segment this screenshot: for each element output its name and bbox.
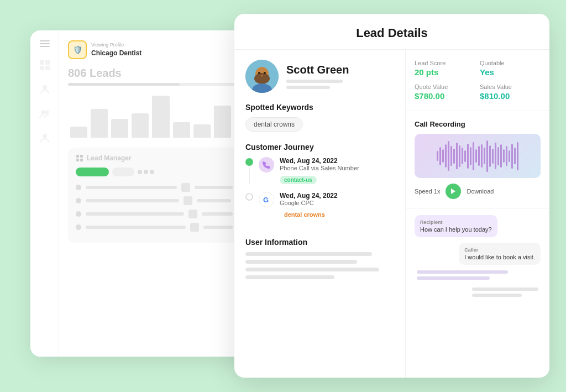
progress-bar-fill	[68, 83, 180, 86]
leads-progress-bar	[68, 83, 254, 86]
svg-point-18	[261, 75, 263, 77]
lm-row-1	[76, 183, 246, 192]
wave-bar	[478, 146, 480, 166]
wave-bar	[459, 145, 460, 167]
wave-bar	[509, 150, 510, 162]
journey-line-container-2	[245, 192, 253, 219]
sidebar-icon-dashboard[interactable]	[39, 59, 51, 71]
lead-details-left-column: Scott Green Spotted Keywords dental crow…	[234, 50, 406, 378]
sidebar-icon-group[interactable]	[39, 108, 51, 120]
lead-score-label: Lead Score	[415, 60, 475, 66]
lm-line-5	[86, 212, 184, 216]
chart-bar-2	[91, 109, 108, 138]
lead-details-body: Scott Green Spotted Keywords dental crow…	[234, 50, 549, 378]
download-link[interactable]: Download	[467, 188, 494, 195]
ui-line-2	[245, 260, 357, 264]
google-icon: G	[259, 192, 274, 207]
cr-controls: Speed 1x Download	[415, 184, 541, 199]
lm-circle	[76, 185, 81, 190]
profile-text: Viewing Profile Chicago Dentist	[91, 42, 142, 58]
wave-bar	[486, 140, 488, 172]
journey-vert-line-1	[249, 168, 250, 184]
lm-filter-dots	[138, 170, 154, 174]
wave-bar	[517, 142, 518, 170]
lm-circle-4	[76, 224, 81, 230]
wave-bar	[492, 149, 494, 164]
score-grid: Lead Score 20 pts Quotable Yes Quote Val…	[415, 60, 541, 101]
user-information-title: User Information	[245, 238, 394, 247]
recipient-text: How can I help you today?	[420, 226, 492, 233]
lm-dot-3	[150, 170, 154, 174]
lm-row-4	[76, 223, 246, 232]
svg-point-17	[264, 72, 266, 74]
svg-rect-1	[45, 60, 50, 65]
svg-point-5	[41, 111, 45, 114]
avatar	[245, 60, 279, 93]
wave-bar	[437, 151, 438, 161]
lm-circle-3	[76, 211, 81, 217]
company-name: Chicago Dentist	[91, 49, 142, 57]
wave-bar	[450, 146, 452, 166]
journey-tag-2: dental crowns	[280, 210, 329, 219]
ui-line-4	[245, 275, 334, 279]
svg-rect-9	[80, 155, 83, 158]
sidebar-icon-leads[interactable]	[39, 83, 51, 96]
call-recording-section: Call Recording	[406, 111, 549, 208]
keyword-pill: dental crowns	[245, 117, 303, 132]
journey-dot-1	[245, 158, 253, 166]
wave-bar	[511, 144, 513, 169]
lm-filter-pill-2[interactable]	[112, 168, 134, 176]
svg-rect-8	[76, 155, 79, 158]
leads-count-title: 806 Leads	[68, 67, 254, 80]
lead-details-title: Lead Details	[248, 26, 536, 40]
journey-content-2: Wed, Aug 24, 2022 Google CPC dental crow…	[280, 192, 338, 219]
person-section: Scott Green	[245, 60, 394, 93]
journey-desc-1: Phone Call via Sales Number	[280, 165, 359, 171]
viewing-profile-label: Viewing Profile	[91, 42, 142, 48]
chart-bar-3	[111, 119, 128, 138]
chart-bar-6	[173, 122, 190, 138]
hamburger-icon[interactable]	[40, 40, 50, 47]
call-recording-title: Call Recording	[415, 120, 541, 128]
wave-bar	[453, 149, 455, 164]
user-information-section: User Information	[245, 238, 394, 279]
sales-value-value: $810.00	[480, 91, 541, 101]
quote-value-value: $780.00	[415, 91, 475, 101]
chat-ghost-lines-2	[470, 288, 541, 297]
lead-details-right-column: Lead Score 20 pts Quotable Yes Quote Val…	[406, 50, 549, 378]
phone-icon	[259, 157, 274, 173]
svg-text:G: G	[263, 196, 269, 204]
person-name: Scott Green	[286, 64, 349, 76]
lm-square	[181, 183, 190, 192]
lead-manager-section: Lead Manager	[68, 148, 254, 243]
svg-point-6	[45, 111, 49, 114]
chart-bar-8	[214, 106, 231, 138]
quotable-item: Quotable Yes	[480, 60, 541, 77]
sales-value-label: Sales Value	[480, 83, 541, 90]
lm-dot-1	[138, 170, 142, 174]
sidebar-icon-person[interactable]	[39, 132, 51, 144]
chat-bubble-caller: Caller I would like to book a visit.	[459, 243, 541, 265]
user-info-lines	[245, 252, 394, 279]
journey-item-2: G Wed, Aug 24, 2022 Google CPC dental cr…	[245, 192, 394, 219]
bar-chart	[68, 93, 254, 138]
svg-rect-0	[40, 60, 44, 65]
score-section: Lead Score 20 pts Quotable Yes Quote Val…	[406, 50, 549, 111]
waveform	[415, 134, 541, 178]
journey-date-2: Wed, Aug 24, 2022	[280, 192, 338, 200]
svg-rect-11	[80, 159, 83, 161]
lm-filter-pill-active[interactable]	[76, 168, 109, 176]
lm-square-5	[188, 210, 197, 218]
person-info: Scott Green	[286, 64, 349, 89]
quote-value-label: Quote Value	[415, 83, 475, 90]
quotable-value: Yes	[480, 67, 541, 77]
lm-line-6	[202, 212, 233, 216]
spotted-keywords-section: Spotted Keywords dental crowns	[245, 103, 394, 132]
spotted-keywords-title: Spotted Keywords	[245, 103, 394, 112]
lm-row-3	[76, 210, 246, 218]
wave-bar	[467, 144, 469, 169]
play-button[interactable]	[446, 184, 461, 199]
ghost-line-1	[417, 270, 508, 274]
svg-rect-2	[40, 66, 44, 70]
playback-speed[interactable]: Speed 1x	[415, 188, 440, 195]
